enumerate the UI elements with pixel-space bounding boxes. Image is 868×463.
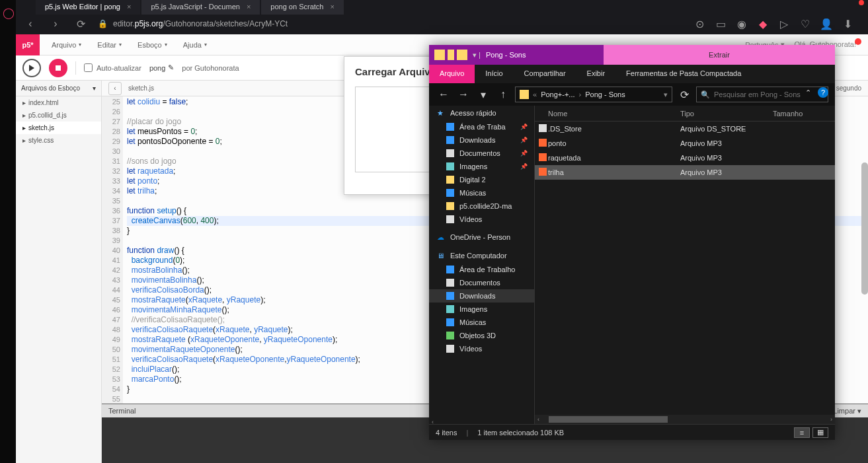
heart-icon[interactable]: ♡ — [799, 18, 811, 30]
stop-button[interactable] — [49, 59, 67, 77]
folder-icon — [446, 123, 454, 131]
view-icons-button[interactable]: ▦ — [812, 427, 828, 438]
terminal-clear-button[interactable]: Limpar ▾ — [833, 407, 861, 415]
download-icon[interactable]: ⬇ — [842, 18, 853, 30]
nav-item[interactable]: Documentos📌 — [429, 147, 534, 160]
file-row[interactable]: pontoArquivo MP3 — [535, 136, 835, 151]
item-count: 4 itens — [436, 429, 457, 437]
file-explorer-window: ▾ | Pong - Sons — ▢ ✕ Extrair Arquivo In… — [429, 45, 835, 440]
auto-refresh-checkbox[interactable] — [84, 63, 93, 72]
breadcrumb[interactable]: « Pong+-+... › Pong - Sons ▾ — [515, 87, 672, 102]
menu-editar[interactable]: Editar ▾ — [97, 41, 122, 49]
file-tree-item[interactable]: ▸ p5.collid_d.js — [16, 109, 101, 122]
file-icon: ▸ — [22, 137, 26, 144]
nav-back-button[interactable]: ← — [436, 87, 452, 102]
file-row[interactable]: trilhaArquivo MP3 — [535, 165, 835, 180]
shield-icon[interactable]: ◆ — [757, 18, 769, 30]
browser-tab[interactable]: p5.js Web Editor | pong× — [36, 0, 140, 15]
file-tree-item[interactable]: ▸ style.css — [16, 134, 101, 147]
folder-icon — [446, 202, 454, 210]
file-tree-item[interactable]: ▸ sketch.js — [16, 122, 101, 134]
file-tree-dropdown-icon[interactable]: ▾ — [93, 85, 96, 92]
p5-logo[interactable]: p5* — [16, 34, 40, 55]
nav-item[interactable]: Digital 2 — [429, 173, 534, 186]
profile-icon[interactable]: 👤 — [820, 18, 832, 30]
browser-tab[interactable]: pong on Scratch× — [261, 0, 344, 15]
quick-access[interactable]: ★ Acesso rápido — [429, 106, 534, 120]
ribbon-tools-tab[interactable]: Ferramentas de Pasta Compactada — [615, 65, 752, 83]
play-button[interactable] — [22, 59, 41, 77]
browser-tab[interactable]: p5.js JavaScript - Documen× — [141, 0, 260, 15]
menu-arquivo[interactable]: Arquivo ▾ — [52, 41, 81, 49]
reload-button[interactable]: ⟳ — [73, 16, 89, 32]
file-row[interactable]: .DS_StoreArquivo DS_STORE — [535, 122, 835, 136]
folder-icon — [446, 266, 454, 273]
bookmark-icon[interactable]: ▭ — [715, 18, 727, 30]
forward-button[interactable]: › — [48, 16, 63, 32]
file-tree-item[interactable]: ▸ index.html — [16, 96, 101, 109]
nav-forward-button[interactable]: → — [455, 87, 471, 102]
menu-esboço[interactable]: Esboço ▾ — [138, 41, 167, 49]
nav-item[interactable]: Área de Traba📌 — [429, 120, 534, 133]
edit-icon[interactable]: ✎ — [168, 63, 174, 72]
tab-close-icon[interactable]: × — [247, 3, 251, 11]
back-button[interactable]: ‹ — [22, 16, 38, 32]
onedrive[interactable]: ☁ OneDrive - Person — [429, 230, 534, 244]
search-icon[interactable]: ⊙ — [693, 18, 705, 30]
sketch-name[interactable]: pong — [149, 64, 165, 72]
collapse-tree-button[interactable]: ‹ — [108, 82, 122, 95]
folder-icon — [446, 318, 454, 326]
menu-ajuda[interactable]: Ajuda ▾ — [183, 41, 207, 49]
explorer-nav-row: ← → ▾ ↑ « Pong+-+... › Pong - Sons ▾ ⟳ 🔍… — [429, 83, 835, 106]
ribbon-tabs: Arquivo Início Compartilhar Exibir Ferra… — [429, 65, 835, 83]
ribbon-file-tab[interactable]: Arquivo — [429, 65, 475, 83]
url-box[interactable]: 🔒 editor.p5js.org/Gutohonorata/sketches/… — [98, 19, 684, 28]
ribbon-context-tab[interactable]: Extrair — [604, 45, 835, 65]
nav-item[interactable]: Músicas — [429, 186, 534, 199]
nav-item[interactable]: Vídeos — [429, 342, 534, 355]
nav-item[interactable]: Vídeos — [429, 213, 534, 226]
tab-close-icon[interactable]: × — [330, 3, 334, 11]
nav-up-button[interactable]: ↑ — [495, 87, 511, 102]
pin-icon: 📌 — [520, 124, 528, 130]
address-bar: ‹ › ⟳ 🔒 editor.p5js.org/Gutohonorata/ske… — [16, 13, 868, 34]
scrollbar-thumb[interactable] — [861, 162, 868, 295]
sketch-author: por Gutohonorata — [182, 64, 239, 72]
help-icon[interactable]: ? — [818, 87, 828, 98]
send-icon[interactable]: ▷ — [778, 18, 790, 30]
nav-item[interactable]: p5.collide2D-ma — [429, 199, 534, 213]
tab-close-icon[interactable]: × — [127, 3, 131, 11]
ribbon-home-tab[interactable]: Início — [475, 65, 513, 83]
nav-item[interactable]: Downloads📌 — [429, 133, 534, 147]
nav-item[interactable]: Objetos 3D — [429, 329, 534, 342]
refresh-button[interactable]: ⟳ — [676, 87, 692, 102]
file-icon: ▸ — [22, 99, 26, 106]
nav-item[interactable]: Imagens — [429, 303, 534, 316]
view-details-button[interactable]: ≡ — [794, 427, 810, 438]
ribbon-share-tab[interactable]: Compartilhar — [514, 65, 576, 83]
code-tab[interactable]: sketch.js — [128, 85, 154, 92]
this-pc[interactable]: 🖥 Este Computador — [429, 248, 534, 263]
navpane-scroll[interactable]: ‹ — [429, 415, 535, 424]
ribbon-view-tab[interactable]: Exibir — [576, 65, 616, 83]
file-row[interactable]: raquetadaArquivo MP3 — [535, 151, 835, 165]
list-header[interactable]: Nome Tipo Tamanho — [535, 106, 835, 122]
nav-item[interactable]: Downloads — [429, 289, 534, 303]
file-icon — [539, 168, 547, 176]
cloud-icon: ☁ — [436, 232, 445, 242]
nav-item[interactable]: Imagens📌 — [429, 160, 534, 173]
nav-item[interactable]: Músicas — [429, 316, 534, 329]
nav-item[interactable]: Área de Trabalho — [429, 263, 534, 276]
folder-icon — [446, 345, 454, 353]
folder-icon — [446, 176, 454, 184]
opera-sidebar: ◯ — [0, 0, 16, 463]
camera-icon[interactable]: ◉ — [736, 18, 748, 30]
horizontal-scrollbar[interactable]: ‹ › — [535, 415, 835, 424]
nav-recent-button[interactable]: ▾ — [475, 87, 491, 102]
ribbon-collapse-icon[interactable]: ⌃ — [805, 89, 811, 97]
nav-item[interactable]: Documentos — [429, 276, 534, 289]
browser-chrome: p5.js Web Editor | pong×p5.js JavaScript… — [16, 0, 868, 34]
folder-icon — [446, 279, 454, 287]
pc-icon: 🖥 — [436, 251, 445, 260]
folder-icon — [446, 162, 454, 170]
